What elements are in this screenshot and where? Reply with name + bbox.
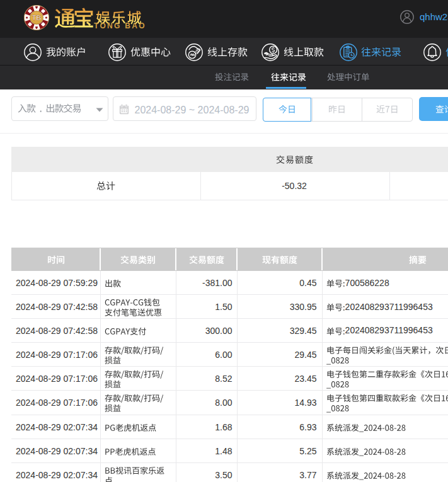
svg-text:TB: TB [32, 14, 42, 21]
